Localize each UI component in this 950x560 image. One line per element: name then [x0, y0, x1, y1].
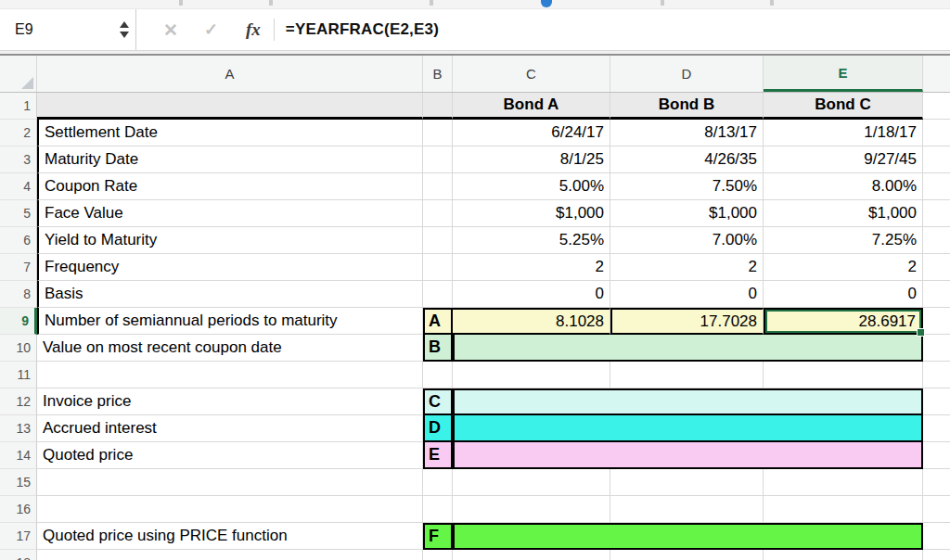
column-header-d[interactable]: D — [610, 56, 764, 92]
row-header-6[interactable]: 6 — [0, 227, 37, 254]
row-header-10[interactable]: 10 — [0, 335, 37, 362]
cell-f7[interactable] — [923, 254, 950, 281]
row-header-15[interactable]: 15 — [0, 469, 37, 496]
cell-c13-e13-block[interactable] — [453, 415, 923, 442]
cell-d15[interactable] — [610, 469, 764, 496]
cell-a11[interactable] — [37, 362, 423, 388]
cell-e3[interactable]: 9/27/45 — [764, 146, 923, 173]
cell-b17-key[interactable]: F — [423, 523, 453, 550]
cell-b12-key[interactable]: C — [423, 388, 453, 415]
cell-e1-bond-c[interactable]: Bond C — [764, 93, 923, 120]
cell-b7[interactable] — [423, 254, 453, 281]
cell-f1[interactable] — [923, 93, 950, 120]
cell-c12-e12-block[interactable] — [453, 388, 923, 415]
cell-d8[interactable]: 0 — [610, 281, 764, 308]
cell-d5[interactable]: $1,000 — [610, 200, 764, 227]
cell-e4[interactable]: 8.00% — [764, 173, 923, 200]
row-header-14[interactable]: 14 — [0, 442, 37, 469]
cell-c8[interactable]: 0 — [453, 281, 610, 308]
cell-a13-label[interactable]: Accrued interest — [37, 415, 423, 442]
cell-e5[interactable]: $1,000 — [764, 200, 923, 227]
column-header-f-partial[interactable] — [923, 56, 950, 92]
cell-c18[interactable] — [453, 550, 610, 560]
row-header-8[interactable]: 8 — [0, 281, 37, 308]
cell-d11[interactable] — [610, 362, 764, 388]
cell-b4[interactable] — [423, 173, 453, 200]
cell-c14-e14-block[interactable] — [453, 442, 923, 469]
cell-b15[interactable] — [423, 469, 453, 496]
cell-f9[interactable] — [923, 308, 950, 335]
cell-b13-key[interactable]: D — [423, 415, 453, 442]
cell-c5[interactable]: $1,000 — [453, 200, 610, 227]
cell-c2[interactable]: 6/24/17 — [453, 120, 610, 146]
row-header-18[interactable]: 18 — [0, 550, 37, 560]
cell-b16[interactable] — [423, 496, 453, 523]
cell-a4-label[interactable]: Coupon Rate — [37, 173, 423, 200]
row-header-7[interactable]: 7 — [0, 254, 37, 281]
cell-f3[interactable] — [923, 146, 950, 173]
cell-c9[interactable]: 8.1028 — [453, 308, 610, 335]
cell-b2[interactable] — [423, 120, 453, 146]
cell-d4[interactable]: 7.50% — [610, 173, 764, 200]
cell-a17-label[interactable]: Quoted price using PRICE function — [37, 523, 423, 550]
cell-a2-label[interactable]: Settlement Date — [37, 120, 423, 146]
cell-d9[interactable]: 17.7028 — [610, 308, 764, 335]
cell-b14-key[interactable]: E — [423, 442, 453, 469]
cell-c7[interactable]: 2 — [453, 254, 610, 281]
cell-b9-key[interactable]: A — [423, 308, 453, 335]
formula-input[interactable]: =YEARFRAC(E2,E3) — [286, 20, 439, 39]
cell-c10-e10-block[interactable] — [453, 335, 923, 362]
cell-a15[interactable] — [37, 469, 423, 496]
cell-b11[interactable] — [423, 362, 453, 388]
row-header-4[interactable]: 4 — [0, 173, 37, 200]
cell-c4[interactable]: 5.00% — [453, 173, 610, 200]
cell-e11[interactable] — [764, 362, 923, 388]
cell-f18[interactable] — [923, 550, 950, 560]
cell-c6[interactable]: 5.25% — [453, 227, 610, 254]
cell-d16[interactable] — [610, 496, 764, 523]
cell-f16[interactable] — [923, 496, 950, 523]
row-header-16[interactable]: 16 — [0, 496, 37, 523]
cell-a5-label[interactable]: Face Value — [37, 200, 423, 227]
cell-f15[interactable] — [923, 469, 950, 496]
row-header-1[interactable]: 1 — [0, 93, 37, 120]
cell-e16[interactable] — [764, 496, 923, 523]
confirm-icon[interactable]: ✓ — [204, 19, 218, 40]
cell-a10-label[interactable]: Value on most recent coupon date — [37, 335, 423, 362]
stepper-down-icon[interactable] — [120, 32, 129, 38]
stepper-up-icon[interactable] — [120, 21, 129, 28]
cell-f2[interactable] — [923, 120, 950, 146]
cell-d7[interactable]: 2 — [610, 254, 764, 281]
cell-d6[interactable]: 7.00% — [610, 227, 764, 254]
row-header-3[interactable]: 3 — [0, 146, 37, 173]
cell-e2[interactable]: 1/18/17 — [764, 120, 923, 146]
cell-a1[interactable] — [37, 93, 423, 120]
cell-a18[interactable] — [37, 550, 423, 560]
cell-c16[interactable] — [453, 496, 610, 523]
cell-d18[interactable] — [610, 550, 764, 560]
select-all-button[interactable] — [0, 56, 37, 92]
cell-c15[interactable] — [453, 469, 610, 496]
cell-f12[interactable] — [923, 388, 950, 415]
cell-c1-bond-a[interactable]: Bond A — [453, 93, 610, 120]
cell-c17-e17-block[interactable] — [453, 523, 923, 550]
column-header-b[interactable]: B — [423, 56, 453, 92]
cell-c3[interactable]: 8/1/25 — [453, 146, 610, 173]
row-header-11[interactable]: 11 — [0, 362, 37, 388]
cell-f11[interactable] — [923, 362, 950, 388]
row-header-13[interactable]: 13 — [0, 415, 37, 442]
cell-a6-label[interactable]: Yield to Maturity — [37, 227, 423, 254]
cell-a8-label[interactable]: Basis — [37, 281, 423, 308]
column-header-c[interactable]: C — [453, 56, 610, 92]
cell-f17[interactable] — [923, 523, 950, 550]
cell-b1[interactable] — [423, 93, 453, 120]
cell-e6[interactable]: 7.25% — [764, 227, 923, 254]
row-header-2[interactable]: 2 — [0, 120, 37, 146]
cell-b5[interactable] — [423, 200, 453, 227]
cell-b18[interactable] — [423, 550, 453, 560]
column-header-a[interactable]: A — [37, 56, 423, 92]
name-box-stepper[interactable] — [120, 21, 129, 38]
cell-e15[interactable] — [764, 469, 923, 496]
cell-b3[interactable] — [423, 146, 453, 173]
name-box[interactable]: E9 — [0, 9, 136, 50]
